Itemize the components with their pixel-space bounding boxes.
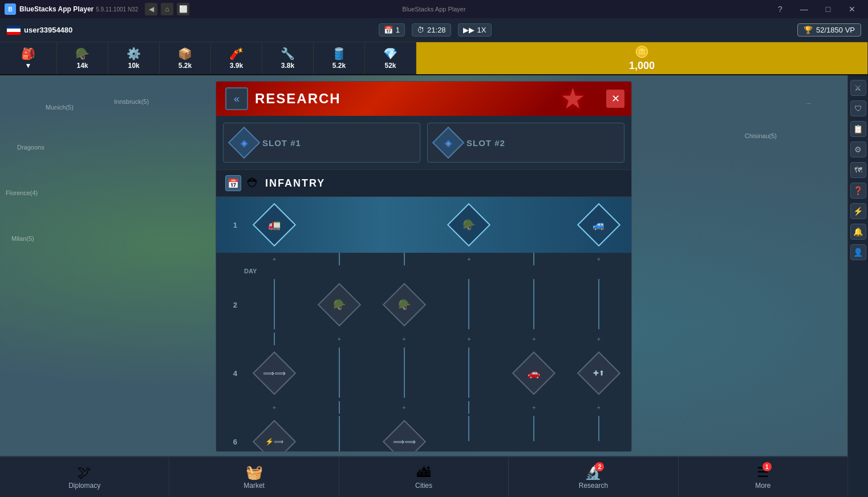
window-button[interactable]: ⬜: [177, 3, 189, 15]
research-cell-r1c6[interactable]: 🚙: [578, 199, 619, 250]
manpower-value: 14k: [76, 62, 88, 70]
window-controls: ? — □ ✕: [769, 0, 863, 18]
timer-value: 21:28: [427, 26, 446, 34]
connector-2-c2: +: [338, 336, 341, 342]
sidebar-icon-3[interactable]: 📋: [850, 121, 866, 137]
sidebar-icon-2[interactable]: 🛡: [850, 100, 866, 116]
home-button[interactable]: ⌂: [161, 3, 173, 15]
fuel-icon: 🔧: [281, 47, 295, 60]
cities-icon: 🏙: [417, 464, 431, 480]
resource-manpower: 🪖 14k: [57, 42, 108, 74]
sidebar-icon-4[interactable]: ⚙: [850, 142, 866, 157]
sidebar-icon-6[interactable]: ❓: [850, 183, 866, 199]
market-label: Market: [244, 482, 265, 490]
nav-research[interactable]: 🔬 2 Research: [509, 457, 678, 497]
timer-box: ⏱ 21:28: [412, 23, 451, 37]
nav-market[interactable]: 🧺 Market: [169, 457, 339, 497]
gems-icon: 💎: [383, 47, 398, 60]
speed-value: 1X: [477, 26, 486, 34]
market-icon-wrap: 🧺: [246, 464, 263, 480]
day-text-label: DAY: [242, 268, 257, 274]
close-button[interactable]: ✕: [841, 0, 863, 18]
nav-diplomacy[interactable]: 🕊 Diplomacy: [0, 457, 169, 497]
research-cell-r1c1[interactable]: 🚛: [254, 199, 295, 250]
food-value: 5.2k: [179, 62, 192, 70]
bluestacks-logo: B: [5, 3, 16, 15]
slot-2[interactable]: ◈ SLOT #2: [427, 123, 624, 163]
slot-1-label: SLOT #1: [262, 138, 301, 148]
research-content[interactable]: 1 🚛: [216, 197, 631, 451]
research-cell-r2c2[interactable]: 🪖: [319, 279, 360, 330]
day-label-4: 4: [216, 345, 242, 401]
cities-icon-wrap: 🏙: [417, 464, 431, 480]
industry-icon: ⚙️: [127, 47, 141, 60]
gems-value: 52k: [384, 62, 396, 70]
drop-value: ▼: [25, 62, 32, 70]
dialog-overlay: « RESEARCH ★ ✕ ◈ SLOT #1 ◈ SLOT #2 📅: [0, 75, 847, 497]
resource-gold: 🪙 1,000: [416, 42, 868, 74]
research-badge: 2: [595, 462, 604, 471]
trophy-icon: 🏆: [804, 26, 813, 34]
username: user33954480: [24, 26, 72, 34]
connector-2-c4: +: [467, 336, 470, 342]
industry-value: 10k: [128, 62, 139, 70]
research-dialog: « RESEARCH ★ ✕ ◈ SLOT #1 ◈ SLOT #2 📅: [216, 81, 632, 452]
sidebar-icon-8[interactable]: 🔔: [850, 224, 866, 240]
calendar-icon: 📅: [225, 175, 241, 191]
right-sidebar: ⚔ 🛡 📋 ⚙ 🗺 ❓ ⚡ 🔔 👤: [847, 75, 868, 497]
resource-drop[interactable]: 🎒 ▼: [0, 42, 57, 74]
dialog-back-button[interactable]: «: [225, 87, 248, 110]
diplomacy-icon-wrap: 🕊: [78, 464, 91, 480]
minimize-button[interactable]: —: [793, 0, 816, 18]
research-cell-r4c5[interactable]: 🚗: [513, 348, 554, 399]
connector-2-c3: +: [402, 336, 405, 342]
sidebar-icon-9[interactable]: 👤: [850, 244, 866, 260]
connector-2-c5: +: [532, 336, 536, 342]
star-icon: ★: [560, 82, 586, 115]
more-label: More: [755, 482, 770, 490]
slot-1[interactable]: ◈ SLOT #1: [223, 123, 420, 163]
research-cell-r2c3[interactable]: 🪖: [384, 279, 425, 330]
gold-icon: 🪙: [635, 45, 649, 59]
dialog-close-button[interactable]: ✕: [606, 90, 624, 108]
gamebar: user33954480 📅 1 ⏱ 21:28 ▶▶ 1X 🏆 52/1850…: [0, 18, 868, 42]
help-button[interactable]: ?: [769, 0, 792, 18]
research-cell-r1c4[interactable]: 🪖: [448, 199, 489, 250]
titlebar-nav: ◀ ⌂ ⬜: [145, 3, 189, 15]
truck-icon: 🚛: [260, 211, 289, 239]
helmet-icon: ⛑: [247, 176, 259, 191]
titlebar: B BlueStacks App Player 5.9.11.1001 N32 …: [0, 0, 868, 18]
resource-industry: ⚙️ 10k: [108, 42, 160, 74]
vline-r2c1: [274, 333, 275, 345]
market-icon: 🧺: [246, 464, 263, 480]
research-cell-r4c1[interactable]: ⟹⟹: [254, 348, 295, 399]
vline-r1c5: [533, 253, 534, 265]
sidebar-icon-5[interactable]: 🗺: [850, 162, 866, 178]
vline-r3c2: [339, 401, 340, 414]
research-cell-r6c1[interactable]: ⚡⟹: [254, 416, 295, 451]
speed-icon: ▶▶: [463, 26, 474, 34]
sidebar-icon-7[interactable]: ⚡: [850, 203, 866, 219]
connector-1-c1: +: [273, 256, 276, 262]
food-icon: 📦: [178, 47, 192, 60]
nav-more[interactable]: ☰ 1 More: [679, 457, 847, 497]
jeep-soldiers-icon: 🚗: [520, 359, 548, 387]
dialog-title: RESEARCH: [255, 91, 341, 107]
resource-oil: 🛢️ 5.2k: [314, 42, 365, 74]
sidebar-icon-1[interactable]: ⚔: [850, 80, 866, 96]
speed-box[interactable]: ▶▶ 1X: [458, 23, 492, 37]
nav-cities[interactable]: 🏙 Cities: [339, 457, 509, 497]
back-button[interactable]: ◀: [145, 3, 157, 15]
country-flag: [7, 26, 21, 35]
titlebar-center-text: BlueStacks App Player: [402, 6, 465, 13]
maximize-button[interactable]: □: [817, 0, 839, 18]
research-label: Research: [579, 482, 608, 490]
resource-bar: 🎒 ▼ 🪖 14k ⚙️ 10k 📦 5.2k 🧨 3.9k 🔧 3.8k 🛢️…: [0, 42, 868, 75]
vline-r1c2: [339, 253, 340, 265]
slot-1-diamond: ◈: [228, 127, 261, 159]
app-name: BlueStacks App Player: [19, 5, 94, 13]
research-cell-r6c3[interactable]: ⟹⟹: [384, 416, 425, 451]
research-cell-r4c6[interactable]: ✚⬆: [578, 348, 619, 399]
more-icon-wrap: ☰ 1: [757, 464, 769, 480]
slots-row: ◈ SLOT #1 ◈ SLOT #2: [216, 116, 631, 169]
